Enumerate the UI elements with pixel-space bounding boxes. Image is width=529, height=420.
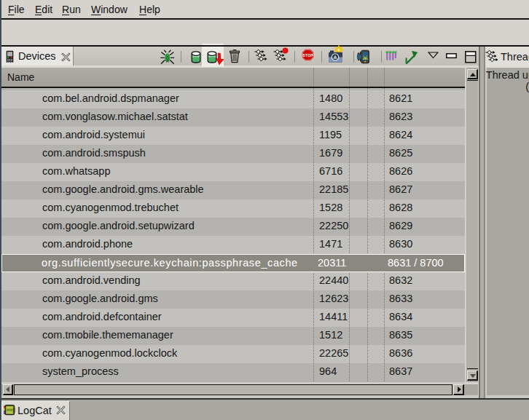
svg-text:STOP: STOP	[303, 54, 314, 58]
